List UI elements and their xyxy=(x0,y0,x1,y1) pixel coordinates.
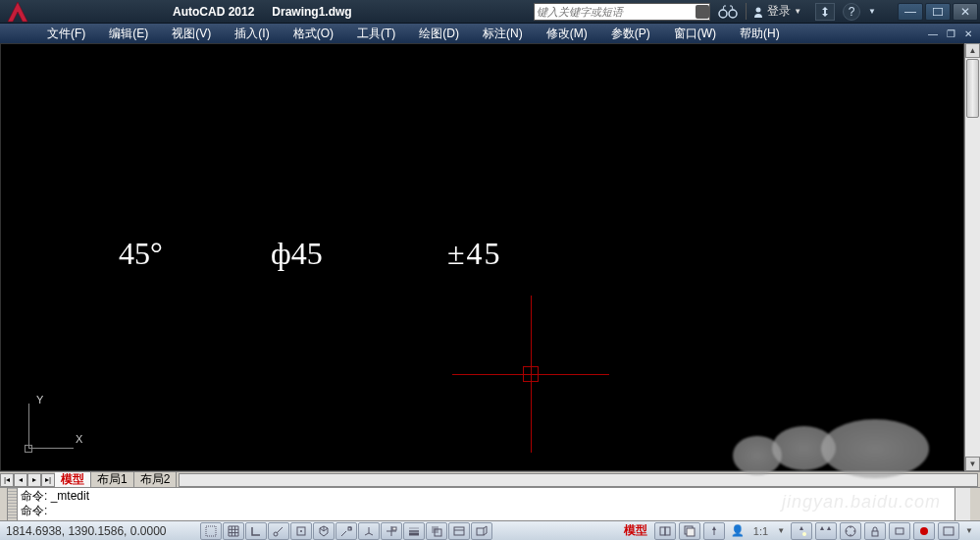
binoculars-icon[interactable] xyxy=(718,5,738,19)
svg-rect-15 xyxy=(665,527,670,535)
transparency-button[interactable] xyxy=(426,522,447,540)
menu-draw[interactable]: 绘图(D) xyxy=(407,26,471,42)
svg-rect-4 xyxy=(206,526,216,536)
doc-close-button[interactable]: ✕ xyxy=(960,27,976,40)
sc-button[interactable] xyxy=(471,522,492,540)
status-toggle-group xyxy=(200,522,492,540)
menu-modify[interactable]: 修改(M) xyxy=(535,26,599,42)
crosshair-v xyxy=(531,296,532,453)
menu-insert[interactable]: 插入(I) xyxy=(223,26,281,42)
tab-prev-button[interactable]: ◂ xyxy=(14,473,27,487)
search-icon[interactable] xyxy=(696,5,709,19)
watermark-blob xyxy=(772,426,836,470)
menu-help[interactable]: 帮助(H) xyxy=(728,26,792,42)
status-menu-icon[interactable]: ▼ xyxy=(962,526,976,535)
app-title: AutoCAD 2012 xyxy=(173,5,254,19)
command-scrollbar[interactable] xyxy=(954,488,970,520)
svg-rect-3 xyxy=(933,8,943,16)
qp-button[interactable] xyxy=(448,522,470,540)
ucs-x-label: X xyxy=(76,433,82,445)
app-logo xyxy=(4,0,31,26)
search-box[interactable] xyxy=(534,3,710,21)
ucs-origin xyxy=(25,445,32,453)
tab-layout1[interactable]: 布局1 xyxy=(91,472,134,487)
menu-tools[interactable]: 工具(T) xyxy=(345,26,407,42)
login-button[interactable]: 登录 ▼ xyxy=(746,3,807,20)
polar-button[interactable] xyxy=(268,522,289,540)
title-bar: AutoCAD 2012 Drawing1.dwg 登录 ▼ ? ▼ — ✕ xyxy=(0,0,980,24)
svg-point-7 xyxy=(300,530,302,532)
annotation-dropdown-icon[interactable]: ▼ xyxy=(774,526,788,535)
snap-button[interactable] xyxy=(200,522,222,540)
scroll-down-button[interactable]: ▼ xyxy=(965,457,980,471)
annotation-scale-value[interactable]: 1:1 xyxy=(750,525,771,537)
menu-window[interactable]: 窗口(W) xyxy=(662,26,728,42)
quickview-drawings-button[interactable] xyxy=(679,522,700,540)
grid-button[interactable] xyxy=(223,522,244,540)
command-area: 命令: _mtedit 命令: jingyan.baidu.com xyxy=(0,487,980,520)
ortho-button[interactable] xyxy=(245,522,267,540)
tab-next-button[interactable]: ▸ xyxy=(27,473,41,487)
isolate-button[interactable] xyxy=(913,522,935,540)
svg-point-18 xyxy=(802,532,806,536)
doc-minimize-button[interactable]: — xyxy=(925,27,941,40)
menu-file[interactable]: 文件(F) xyxy=(35,26,97,42)
close-button[interactable]: ✕ xyxy=(953,3,978,21)
minimize-button[interactable]: — xyxy=(898,3,923,21)
annotation-scale-button[interactable] xyxy=(703,522,725,540)
menu-param[interactable]: 参数(P) xyxy=(599,26,662,42)
otrack-button[interactable] xyxy=(335,522,357,540)
menu-bar: 文件(F) 编辑(E) 视图(V) 插入(I) 格式(O) 工具(T) 绘图(D… xyxy=(0,24,980,43)
text-angle[interactable]: 45° xyxy=(119,236,163,272)
menu-dim[interactable]: 标注(N) xyxy=(471,26,535,42)
annotation-autoscale-button[interactable] xyxy=(815,522,837,540)
clean-screen-button[interactable] xyxy=(938,522,959,540)
status-bar: 1814.6938, 1390.1586, 0.0000 模型 👤 1:1 ▼ … xyxy=(0,520,980,540)
workspace-button[interactable] xyxy=(840,522,861,540)
scroll-thumb[interactable] xyxy=(966,59,979,118)
svg-point-2 xyxy=(756,7,761,12)
drawing-canvas[interactable]: 45° ф45 ±45 Y X xyxy=(0,43,964,471)
svg-rect-9 xyxy=(392,527,396,530)
vertical-scrollbar[interactable]: ▲ ▼ xyxy=(964,43,980,471)
tab-last-button[interactable]: ▸| xyxy=(41,473,55,487)
ucs-x-axis xyxy=(28,448,74,449)
osnap-button[interactable] xyxy=(290,522,312,540)
text-plusminus[interactable]: ±45 xyxy=(447,236,502,272)
svg-rect-23 xyxy=(944,527,954,535)
command-handle[interactable] xyxy=(0,488,8,520)
menu-view[interactable]: 视图(V) xyxy=(160,26,223,42)
doc-restore-button[interactable]: ❐ xyxy=(943,27,958,40)
tab-layout2[interactable]: 布局2 xyxy=(134,472,178,487)
model-space-button[interactable]: 模型 xyxy=(620,522,651,539)
command-grip[interactable] xyxy=(8,488,18,520)
scroll-up-button[interactable]: ▲ xyxy=(965,43,980,58)
annotation-person-icon[interactable]: 👤 xyxy=(728,524,748,537)
osnap3d-button[interactable] xyxy=(313,522,335,540)
help-button[interactable]: ? xyxy=(843,3,860,21)
quickview-layouts-button[interactable] xyxy=(654,522,676,540)
search-input[interactable] xyxy=(535,6,696,18)
annotation-visibility-button[interactable] xyxy=(791,522,812,540)
text-diameter[interactable]: ф45 xyxy=(271,236,323,272)
menu-format[interactable]: 格式(O) xyxy=(282,26,345,42)
dyn-button[interactable] xyxy=(381,522,402,540)
menu-edit[interactable]: 编辑(E) xyxy=(97,26,160,42)
svg-rect-21 xyxy=(896,528,903,534)
tab-model[interactable]: 模型 xyxy=(55,472,91,487)
tab-first-button[interactable]: |◂ xyxy=(0,473,14,487)
person-icon xyxy=(752,6,764,18)
help-dropdown-icon[interactable]: ▼ xyxy=(868,7,876,16)
svg-rect-14 xyxy=(660,527,665,535)
ducs-button[interactable] xyxy=(358,522,380,540)
login-label: 登录 xyxy=(767,3,791,20)
command-marker[interactable] xyxy=(970,488,980,520)
maximize-button[interactable] xyxy=(925,3,951,21)
lineweight-button[interactable] xyxy=(403,522,425,540)
hardware-accel-button[interactable] xyxy=(889,522,910,540)
coordinates-display[interactable]: 1814.6938, 1390.1586, 0.0000 xyxy=(0,524,196,538)
toolbar-lock-button[interactable] xyxy=(864,522,886,540)
exchange-button[interactable] xyxy=(815,3,835,21)
ucs-y-label: Y xyxy=(36,394,43,405)
svg-rect-12 xyxy=(454,527,464,535)
